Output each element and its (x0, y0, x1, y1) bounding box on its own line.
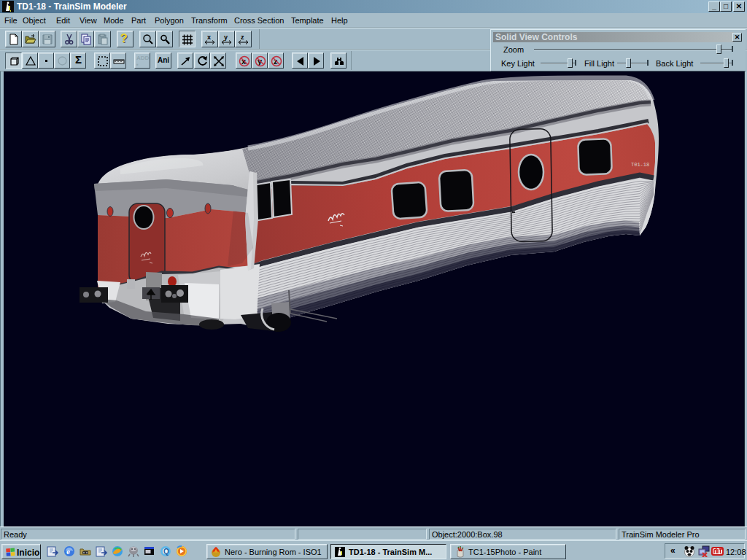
svg-text:x: x (207, 34, 211, 41)
svg-text:T01-18: T01-18 (631, 162, 649, 168)
svg-text:z: z (241, 34, 244, 41)
svg-text:y: y (224, 34, 228, 41)
svg-text:e: e (66, 547, 70, 556)
svg-text:Q: Q (163, 548, 169, 556)
